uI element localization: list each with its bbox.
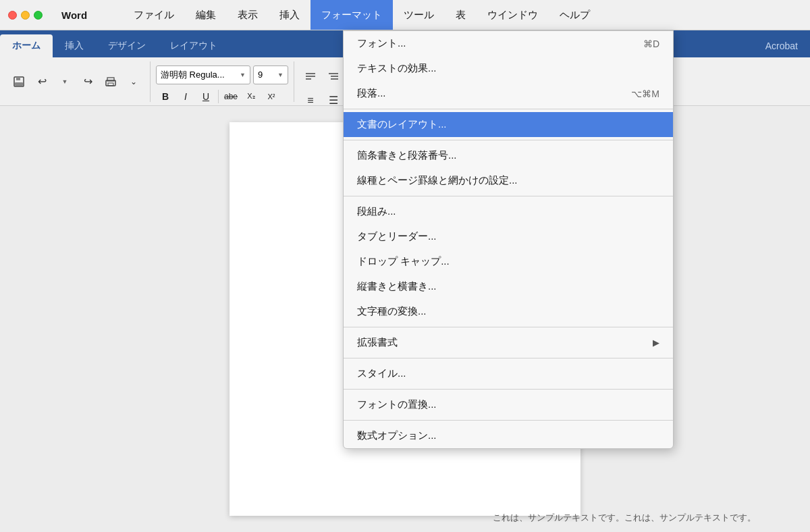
menu-paragraph-shortcut: ⌥⌘M	[631, 88, 659, 99]
menu-dropcap[interactable]: ドロップ キャップ...	[344, 249, 673, 274]
font-section: 游明朝 Regula... ▼ 9 ▼ B I U abe X₂ X²	[156, 61, 294, 102]
menu-font[interactable]: フォント... ⌘D	[344, 31, 673, 56]
svg-rect-2	[15, 82, 23, 86]
align-left-button[interactable]: ≡	[300, 90, 321, 111]
separator-after-char-type	[344, 327, 673, 327]
menu-item-help[interactable]: ヘルプ	[549, 0, 601, 30]
align-center-button[interactable]: ☰	[323, 90, 344, 111]
menu-advanced[interactable]: 拡張書式 ▶	[344, 330, 673, 355]
separator-after-font-replace	[344, 420, 673, 421]
menu-item-table[interactable]: 表	[445, 0, 477, 30]
separator-after-paragraph	[344, 109, 673, 109]
menu-bullets[interactable]: 箇条書きと段落番号...	[344, 143, 673, 168]
menu-font-shortcut: ⌘D	[643, 38, 659, 49]
font-name-selector[interactable]: 游明朝 Regula... ▼	[156, 65, 250, 84]
superscript-button[interactable]: X²	[262, 87, 281, 106]
menu-item-file[interactable]: ファイル	[123, 0, 185, 30]
format-tools: B I U abe X₂ X²	[156, 87, 281, 106]
menu-char-type[interactable]: 文字種の変換...	[344, 299, 673, 324]
separator-after-borders	[344, 196, 673, 196]
menu-paragraph[interactable]: 段落... ⌥⌘M	[344, 81, 673, 106]
menu-item-format[interactable]: フォーマット	[310, 0, 393, 30]
traffic-lights	[0, 11, 51, 20]
menu-text-direction[interactable]: 縦書きと横書き...	[344, 274, 673, 299]
subscript-button[interactable]: X₂	[242, 87, 261, 106]
minimize-button[interactable]	[21, 11, 30, 20]
more-button[interactable]: ⌄	[123, 71, 144, 92]
font-size-selector[interactable]: 9 ▼	[253, 65, 288, 84]
separator-after-styles	[344, 389, 673, 390]
menu-item-view[interactable]: 表示	[227, 0, 269, 30]
menu-text-effects[interactable]: テキストの効果...	[344, 56, 673, 81]
menu-columns[interactable]: 段組み...	[344, 199, 673, 224]
menu-item-word[interactable]: Word	[51, 0, 123, 30]
italic-button[interactable]: I	[176, 87, 195, 106]
menu-item-edit[interactable]: 編集	[185, 0, 227, 30]
menu-font-replace[interactable]: フォントの置換...	[344, 392, 673, 417]
menu-tabs[interactable]: タブとリーダー...	[344, 224, 673, 249]
menu-styles[interactable]: スタイル...	[344, 361, 673, 386]
quick-access-section: ↩ ▼ ↪ ⌄	[8, 61, 151, 102]
doc-text-preview: これは、サンプルテキストです。これは、サンプルテキストです。	[493, 512, 756, 524]
menu-equation-options[interactable]: 数式オプション...	[344, 423, 673, 448]
tab-layout[interactable]: レイアウト	[158, 34, 230, 57]
tab-insert[interactable]: 挿入	[53, 34, 96, 57]
submenu-arrow-icon: ▶	[653, 338, 659, 348]
separator-1	[218, 90, 219, 103]
menu-item-tools[interactable]: ツール	[393, 0, 445, 30]
undo-button[interactable]: ↩	[31, 71, 53, 92]
menu-item-insert[interactable]: 挿入	[269, 0, 310, 30]
menu-item-window[interactable]: ウインドウ	[477, 0, 549, 30]
menu-doc-layout[interactable]: 文書のレイアウト...	[344, 112, 673, 137]
save-button[interactable]	[8, 71, 30, 92]
underline-button[interactable]: U	[196, 87, 215, 106]
maximize-button[interactable]	[34, 11, 43, 20]
close-button[interactable]	[8, 11, 17, 20]
tab-home[interactable]: ホーム	[0, 34, 53, 57]
menu-borders[interactable]: 線種とページ罫線と網かけの設定...	[344, 168, 673, 193]
title-bar: Word ファイル 編集 表示 挿入 フォーマット ツール 表 ウインドウ ヘル…	[0, 0, 810, 30]
list-style-button[interactable]	[300, 65, 321, 87]
size-dropdown-icon: ▼	[277, 72, 284, 78]
redo-button[interactable]: ↪	[77, 71, 99, 92]
undo-dropdown-button[interactable]: ▼	[54, 71, 76, 92]
menu-bar: Word ファイル 編集 表示 挿入 フォーマット ツール 表 ウインドウ ヘル…	[51, 0, 810, 30]
svg-rect-1	[16, 77, 20, 80]
strikethrough-button[interactable]: abe	[221, 87, 240, 106]
font-dropdown-icon: ▼	[240, 72, 246, 78]
separator-after-doc-layout	[344, 140, 673, 140]
indent-right-button[interactable]	[323, 65, 344, 87]
separator-after-advanced	[344, 358, 673, 358]
bold-button[interactable]: B	[156, 87, 175, 106]
format-dropdown-menu: フォント... ⌘D テキストの効果... 段落... ⌥⌘M 文書のレイアウト…	[343, 30, 674, 449]
tab-acrobat[interactable]: Acrobat	[753, 34, 810, 57]
print-button[interactable]	[100, 71, 122, 92]
tab-design[interactable]: デザイン	[96, 34, 158, 57]
